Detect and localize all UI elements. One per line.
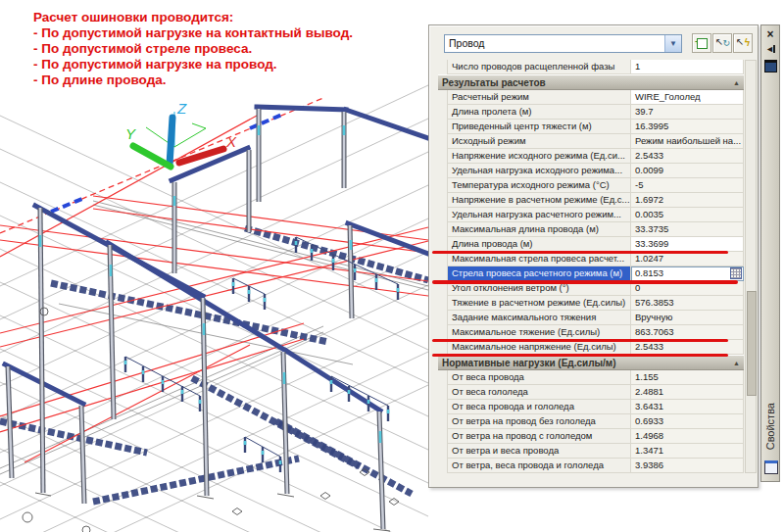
property-value[interactable]: 0.6933 xyxy=(631,414,744,429)
property-label: Длина пролета (м) xyxy=(447,105,631,120)
property-value-text: Режим наибольшей на... xyxy=(635,135,741,146)
property-value[interactable]: 1.155 xyxy=(631,370,744,385)
property-row[interactable]: От веса провода1.155 xyxy=(447,370,744,385)
object-type-dropdown[interactable]: Провод ▼ xyxy=(444,34,682,53)
select-objects-button[interactable]: ↻ ↖ xyxy=(712,33,732,53)
red-underline-annotation xyxy=(432,354,728,357)
property-row[interactable]: Максимальная длина провода (м)33.3735 xyxy=(447,222,744,237)
property-value[interactable]: 0.8153 xyxy=(631,266,744,281)
properties-palette: Провод ▼ + ↻ ↖ ϟ ↖ Число проводов расщеп… xyxy=(428,24,759,488)
property-value[interactable]: Режим наибольшей на... xyxy=(631,134,744,149)
property-row[interactable]: Тяжение в расчетном режиме (Ед.силы)576.… xyxy=(447,296,744,311)
property-row[interactable]: От веса гололеда2.4881 xyxy=(447,385,744,400)
property-row[interactable]: Удельная нагрузка расчетного режим...0.0… xyxy=(447,208,744,222)
property-row[interactable]: От ветра, веса провода и гололеда3.9386 xyxy=(447,459,744,473)
property-value[interactable]: WIRE_Гололед xyxy=(631,90,744,105)
property-value[interactable]: 3.6431 xyxy=(631,400,744,414)
property-value-text: 0.0099 xyxy=(635,165,663,175)
palette-title: Свойства xyxy=(764,403,776,450)
property-value[interactable]: 2.4881 xyxy=(631,385,744,400)
portal-columns xyxy=(8,109,390,531)
property-label: Тяжение в расчетном режиме (Ед.силы) xyxy=(447,296,631,311)
red-underline-annotation xyxy=(432,280,738,284)
property-row[interactable]: Число проводов расщепленной фазы1 xyxy=(447,60,744,74)
property-label: Максимальная длина провода (м) xyxy=(447,222,631,237)
property-value[interactable]: 0.0035 xyxy=(631,208,744,222)
scrollbar[interactable] xyxy=(745,60,757,473)
property-label: Максимальное напряжение (Ед.силы) xyxy=(447,340,631,355)
property-row[interactable]: Длина провода (м)33.3699 xyxy=(447,237,744,252)
property-row[interactable]: Задание максимального тяженияВручную xyxy=(447,311,744,325)
close-icon[interactable]: × xyxy=(761,27,779,41)
section-header[interactable]: Результаты расчетов▲ xyxy=(438,74,744,90)
z-axis xyxy=(170,118,172,165)
property-value[interactable]: 1 xyxy=(631,60,744,74)
collapse-icon[interactable]: ▲ xyxy=(733,356,740,370)
property-value-text: 2.5433 xyxy=(635,341,663,352)
collapse-icon[interactable]: ▲ xyxy=(733,75,740,90)
annotation-line: - По длине провода. xyxy=(33,73,353,88)
property-label: От ветра на провод с гололедом xyxy=(447,429,631,444)
property-value[interactable]: 3.9386 xyxy=(631,459,744,473)
property-value[interactable]: -5 xyxy=(631,178,744,193)
orbit-arrow-icon: ↻ xyxy=(722,34,730,52)
property-row[interactable]: Расчетный режимWIRE_Гололед xyxy=(447,90,744,105)
property-row[interactable]: Исходный режимРежим наибольшей на... xyxy=(447,134,744,149)
property-value[interactable]: 863.7063 xyxy=(631,325,744,340)
property-value[interactable]: 1.4968 xyxy=(631,429,744,444)
property-value-text: 0.6933 xyxy=(635,415,663,426)
property-value[interactable]: 2.5433 xyxy=(631,340,744,355)
chevron-down-icon[interactable]: ▼ xyxy=(664,35,681,52)
property-value[interactable]: 33.3699 xyxy=(631,237,744,252)
property-value[interactable]: 2.5433 xyxy=(631,149,744,164)
property-row[interactable]: От ветра на провод без гололеда0.6933 xyxy=(447,414,744,429)
toggle-pickadd-button[interactable]: + xyxy=(692,33,711,53)
annotation-line: - По допустимой нагрузке на контактный в… xyxy=(33,25,353,41)
property-label: Максимальная стрела провеса расчет... xyxy=(447,252,631,266)
property-row[interactable]: От ветра на провод с гололедом1.4968 xyxy=(447,429,744,444)
section-title: Нормативные нагрузки (Ед.силы/м) xyxy=(442,358,616,368)
scrollbar-thumb[interactable] xyxy=(747,291,757,396)
property-value[interactable]: 16.3995 xyxy=(631,120,744,134)
section-header[interactable]: Нормативные нагрузки (Ед.силы/м)▲ xyxy=(438,355,744,370)
property-row[interactable]: Максимальное напряжение (Ед.силы)2.5433 xyxy=(447,340,744,355)
property-value-text: 39.7 xyxy=(635,106,654,117)
quick-select-button[interactable]: ϟ ↖ xyxy=(733,33,753,53)
property-value[interactable]: Вручную xyxy=(631,311,744,325)
property-value[interactable]: 33.3735 xyxy=(631,222,744,237)
property-row[interactable]: Максимальная стрела провеса расчет...1.0… xyxy=(447,252,744,266)
lightning-icon: ϟ xyxy=(745,34,750,52)
cursor-icon: ↖ xyxy=(736,33,744,51)
property-row[interactable]: Удельная нагрузка исходного режима...0.0… xyxy=(447,164,744,178)
red-underline-annotation xyxy=(432,251,728,254)
y-axis-label: Y xyxy=(125,125,136,142)
property-row[interactable]: Напряжение исходного режима (Ед.си...2.5… xyxy=(447,149,744,164)
property-label: От ветра на провод без гололеда xyxy=(447,414,631,429)
property-row[interactable]: От веса провода и гололеда3.6431 xyxy=(447,400,744,414)
busbar-bands xyxy=(0,228,428,502)
property-value[interactable]: 1.3471 xyxy=(631,444,744,459)
property-label: Задание максимального тяжения xyxy=(447,311,631,325)
property-value-text: 16.3995 xyxy=(635,121,668,131)
property-row[interactable]: Температура исходного режима (°C)-5 xyxy=(447,178,744,193)
property-value[interactable]: 39.7 xyxy=(631,105,744,120)
autohide-icon[interactable]: ◄ xyxy=(761,44,779,54)
property-label: Напряжение в расчетном режиме (Ед.с... xyxy=(447,193,631,208)
property-value[interactable]: 0.0099 xyxy=(631,164,744,178)
property-grid: Число проводов расщепленной фазы1Результ… xyxy=(438,60,744,473)
property-value[interactable]: 1.0247 xyxy=(631,252,744,266)
property-value[interactable]: 1.6972 xyxy=(631,193,744,208)
cursor-icon: ↖ xyxy=(715,33,723,51)
property-row[interactable]: Приведенный центр тяжести (м)16.3995 xyxy=(447,120,744,134)
property-row[interactable]: Напряжение в расчетном режиме (Ед.с...1.… xyxy=(447,193,744,208)
property-row[interactable]: Длина пролета (м)39.7 xyxy=(447,105,744,120)
property-value[interactable]: 576.3853 xyxy=(631,296,744,311)
property-row[interactable]: Стрела провеса расчетного режима (м)0.81… xyxy=(447,266,744,281)
x-axis-label: X xyxy=(225,133,237,150)
property-label: Число проводов расщепленной фазы xyxy=(447,60,631,74)
property-row[interactable]: Максимальное тяжение (Ед.силы)863.7063 xyxy=(447,325,744,340)
property-value-text: WIRE_Гололед xyxy=(635,91,701,102)
properties-menu-icon[interactable] xyxy=(761,59,779,76)
calculator-button[interactable] xyxy=(730,267,742,279)
property-row[interactable]: От ветра и веса провода1.3471 xyxy=(447,444,744,459)
